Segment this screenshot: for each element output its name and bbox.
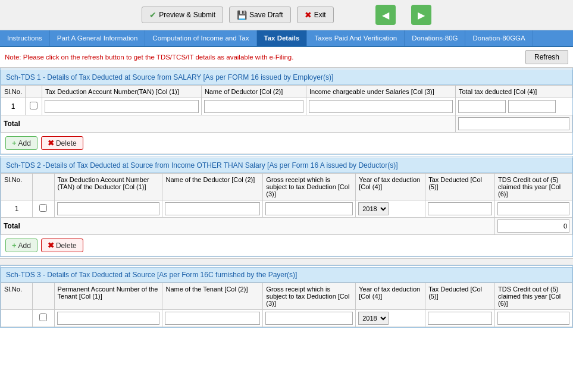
tan-cell-2 xyxy=(54,200,162,218)
tab-computation[interactable]: Computation of Income and Tax xyxy=(145,30,256,46)
gross-input-3[interactable] xyxy=(265,312,353,325)
sch-tds3-header: Sch-TDS 3 - Details of Tax Deducted at S… xyxy=(1,267,572,283)
col-total-tax-1: Total tax deducted [Col (4)] xyxy=(455,86,572,98)
sch-tds2-section: Sch-TDS 2 -Details of Tax Deducted at So… xyxy=(0,156,573,257)
preview-submit-label: Preview & Submit xyxy=(159,11,215,19)
row-checkbox-3[interactable] xyxy=(39,313,47,321)
sch-tds1-table: Sl.No. Tax Deduction Account Number(TAN)… xyxy=(1,85,572,133)
tds1-delete-button[interactable]: ✖ Delete xyxy=(41,136,83,150)
note-bar: Note: Please click on the refresh button… xyxy=(0,47,573,68)
col-slno-2: Sl.No. xyxy=(1,174,33,200)
tab-taxes-paid[interactable]: Taxes Paid And Verification xyxy=(307,30,405,46)
tab-donation-80gga[interactable]: Donation-80GGA xyxy=(465,30,533,46)
sch-tds3-table: Sl.No. Permanent Account Number of the T… xyxy=(1,283,572,327)
x-icon: ✖ xyxy=(48,139,54,148)
slno-cell-2: 1 xyxy=(1,200,33,218)
tdscredit-input-3[interactable] xyxy=(497,312,569,325)
table-row-3: 2018 2017 xyxy=(1,310,572,327)
taxded-cell-3 xyxy=(425,310,495,327)
total-input-2[interactable] xyxy=(497,219,569,233)
pan-cell-3 xyxy=(54,310,162,327)
total-tax-input2[interactable] xyxy=(508,100,556,113)
col-gross-2: Gross receipt which is subject to tax De… xyxy=(263,174,356,200)
tan-cell xyxy=(42,98,201,115)
col-tdscredit-2: TDS Credit out of (5) claimed this year … xyxy=(495,174,572,200)
gross-input-2[interactable] xyxy=(265,202,353,215)
tab-tax-details[interactable]: Tax Details xyxy=(257,30,308,46)
checkbox-cell-2 xyxy=(33,200,54,218)
year-select-2[interactable]: 2018 2017 2016 2015 xyxy=(358,202,389,215)
tan-input-2[interactable] xyxy=(57,202,160,215)
check-icon: ✔ xyxy=(149,10,156,20)
sch-tds1-actions: + Add ✖ Delete xyxy=(1,133,572,154)
year-cell-3: 2018 2017 xyxy=(356,310,425,327)
tab-donations-80g[interactable]: Donations-80G xyxy=(405,30,465,46)
gross-cell-3 xyxy=(263,310,356,327)
refresh-button[interactable]: Refresh xyxy=(525,50,568,64)
year-select-3[interactable]: 2018 2017 xyxy=(358,312,389,325)
deductor-cell xyxy=(201,98,306,115)
total-row: Total xyxy=(1,115,572,133)
note-text: Note: Please click on the refresh button… xyxy=(5,54,293,61)
save-draft-label: Save Draft xyxy=(249,11,283,19)
tdscredit-input-2[interactable] xyxy=(497,202,569,215)
col-taxded-2: Tax Deducted [Col (5)] xyxy=(425,174,495,200)
total-tax-input1[interactable] xyxy=(458,100,506,113)
sch-tds2-actions: + Add ✖ Delete xyxy=(1,235,572,256)
total-row-2: Total xyxy=(1,218,572,235)
col-taxded-3: Tax Deducted [Col (5)] xyxy=(425,283,495,310)
row-checkbox-2[interactable] xyxy=(39,204,47,212)
table-row: 1 2018 2017 2016 2015 xyxy=(1,200,572,218)
tenant-cell-3 xyxy=(162,310,263,327)
taxded-cell-2 xyxy=(425,200,495,218)
nav-arrows: ◀ ▶ xyxy=(364,5,431,25)
horizontal-scrollbar[interactable] xyxy=(0,258,573,265)
tab-instructions[interactable]: Instructions xyxy=(0,30,50,46)
checkbox-cell-3 xyxy=(33,310,54,327)
tab-bar: Instructions Part A General Information … xyxy=(0,30,573,47)
sch-tds1-title: Sch-TDS 1 - Details of Tax Deducted at S… xyxy=(6,73,333,81)
row-checkbox[interactable] xyxy=(30,102,37,109)
col-income-1: Income chargeable under Salaries [Col (3… xyxy=(306,86,456,98)
tab-part-a[interactable]: Part A General Information xyxy=(50,30,146,46)
tds2-delete-button[interactable]: ✖ Delete xyxy=(41,239,83,252)
col-check-2 xyxy=(33,174,54,200)
sch-tds2-title: Sch-TDS 2 -Details of Tax Deducted at So… xyxy=(6,161,397,170)
total-input[interactable] xyxy=(458,117,569,130)
tan-input[interactable] xyxy=(45,100,199,113)
tdscredit-cell-3 xyxy=(495,310,572,327)
total-label-cell: Total xyxy=(1,115,456,133)
deductor-cell-2 xyxy=(162,200,263,218)
tds2-add-button[interactable]: + Add xyxy=(5,239,37,252)
sch-tds1-header: Sch-TDS 1 - Details of Tax Deducted at S… xyxy=(1,70,572,85)
pan-input-3[interactable] xyxy=(57,312,160,325)
sch-tds3-title: Sch-TDS 3 - Details of Tax Deducted at S… xyxy=(6,271,297,279)
save-draft-button[interactable]: 💾 Save Draft xyxy=(229,7,291,23)
exit-button[interactable]: ✖ Exit xyxy=(297,7,334,23)
income-input[interactable] xyxy=(309,100,453,113)
nav-prev-button[interactable]: ◀ xyxy=(375,5,396,25)
tds2-add-label: Add xyxy=(18,242,31,250)
col-deductor-2: Name of the Deductor [Col (2)] xyxy=(162,174,263,200)
checkbox-cell xyxy=(25,98,42,115)
total-tax-cell xyxy=(456,98,572,115)
sch-tds1-section: Sch-TDS 1 - Details of Tax Deducted at S… xyxy=(0,68,573,155)
nav-next-button[interactable]: ▶ xyxy=(411,5,431,25)
col-tenant-3: Name of the Tenant [Col (2)] xyxy=(162,283,263,310)
deductor-input[interactable] xyxy=(204,100,303,113)
taxded-input-3[interactable] xyxy=(428,312,492,325)
tdscredit-cell-2 xyxy=(495,200,572,218)
tenant-input-3[interactable] xyxy=(165,312,260,325)
toolbar: ✔ Preview & Submit 💾 Save Draft ✖ Exit ◀… xyxy=(0,0,573,30)
preview-submit-button[interactable]: ✔ Preview & Submit xyxy=(142,7,223,23)
col-tdscredit-3: TDS Credit out of (5) claimed this year … xyxy=(495,283,572,310)
sch-tds2-table: Sl.No. Tax Deduction Account Number (TAN… xyxy=(1,173,572,235)
slno-cell-3 xyxy=(1,310,33,327)
deductor-input-2[interactable] xyxy=(165,202,260,215)
col-gross-3: Gross receipt which is subject to tax De… xyxy=(263,283,356,310)
tds1-add-button[interactable]: + Add xyxy=(5,136,37,150)
save-icon: 💾 xyxy=(237,10,247,20)
taxded-input-2[interactable] xyxy=(428,202,492,215)
col-year-3: Year of tax deduction [Col (4)] xyxy=(356,283,425,310)
tds1-add-label: Add xyxy=(18,139,31,148)
